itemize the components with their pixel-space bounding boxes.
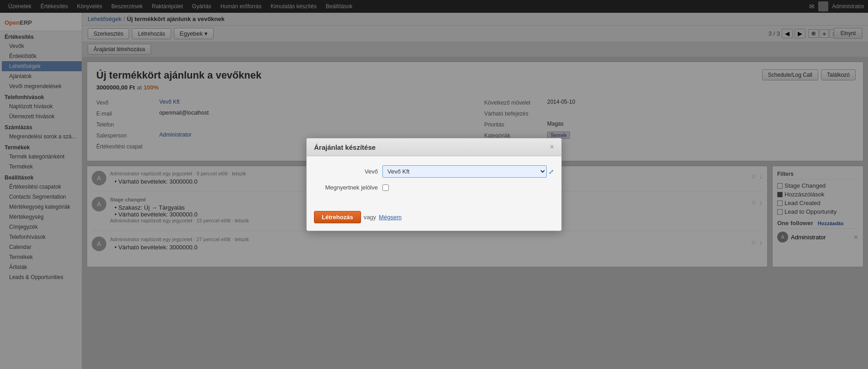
dialog-vevo-label: Vevő — [314, 168, 378, 175]
dialog-cancel-button[interactable]: Mégsem — [379, 214, 402, 221]
dialog: Árajánlat készítése × Vevő Vevő Kft ⤢ Me… — [306, 138, 562, 231]
dialog-close-button[interactable]: × — [550, 143, 554, 151]
external-link-icon[interactable]: ⤢ — [549, 168, 554, 175]
dialog-header: Árajánlat készítése × — [307, 138, 561, 156]
dialog-body: Vevő Vevő Kft ⤢ Megnyertnek jelölve — [307, 156, 561, 206]
dialog-or-text: vagy — [364, 214, 376, 221]
dialog-vevo-select[interactable]: Vevő Kft — [382, 165, 547, 178]
dialog-create-button[interactable]: Létrehozás — [314, 211, 361, 223]
dialog-overlay: Árajánlat készítése × Vevő Vevő Kft ⤢ Me… — [0, 0, 868, 369]
dialog-megnyert-label: Megnyertnek jelölve — [314, 184, 378, 191]
dialog-megnyert-checkbox[interactable] — [382, 184, 389, 191]
dialog-vevo-wrap: Vevő Kft ⤢ — [382, 165, 554, 178]
dialog-footer: Létrehozás vagy Mégsem — [307, 206, 561, 231]
dialog-megnyert-row: Megnyertnek jelölve — [314, 184, 554, 191]
dialog-vevo-row: Vevő Vevő Kft ⤢ — [314, 165, 554, 178]
dialog-title: Árajánlat készítése — [314, 143, 376, 151]
